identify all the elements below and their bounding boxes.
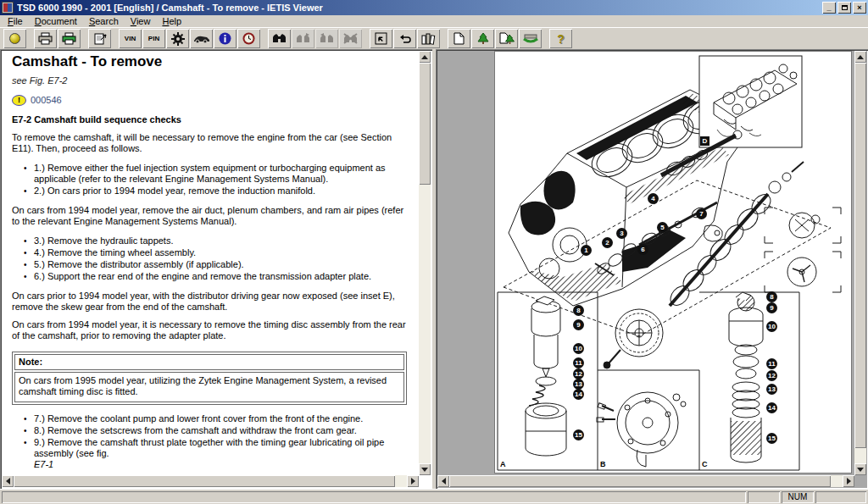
scroll-left-button[interactable]	[437, 475, 449, 487]
vin-button[interactable]: VIN	[119, 29, 142, 48]
print-tree-icon	[523, 33, 538, 44]
document-tree-button[interactable]	[495, 29, 518, 48]
scroll-down-button[interactable]	[419, 463, 431, 475]
scrollbar-thumb[interactable]	[854, 63, 866, 448]
tree-icon	[477, 32, 489, 45]
figure-vertical-scrollbar[interactable]	[854, 51, 866, 475]
timing-gear-drawing	[604, 309, 663, 368]
menu-view[interactable]: View	[125, 15, 157, 27]
scrollbar-thumb[interactable]	[449, 475, 831, 487]
callout-marker: 13	[766, 384, 777, 395]
see-fig-reference[interactable]: see Fig. E7-2	[12, 75, 409, 86]
figure-horizontal-scrollbar[interactable]	[437, 475, 854, 487]
document-vertical-scrollbar[interactable]	[419, 51, 431, 475]
panel-a-drawing	[526, 296, 566, 456]
scroll-right-button[interactable]	[407, 475, 419, 487]
callout-marker: 15	[766, 433, 777, 444]
vehicle-button[interactable]	[190, 29, 213, 48]
callout-marker: 9	[766, 302, 777, 313]
find-next-button[interactable]	[292, 29, 314, 48]
close-button[interactable]: ×	[853, 2, 866, 14]
minimize-button[interactable]: _	[822, 2, 836, 14]
binoculars-icon	[272, 33, 287, 44]
note-label: Note:	[14, 354, 404, 370]
scroll-down-button[interactable]	[854, 463, 866, 475]
car-icon	[193, 34, 210, 44]
database-icon	[9, 33, 20, 44]
scroll-up-button[interactable]	[854, 51, 866, 63]
info-button[interactable]	[214, 29, 236, 48]
list-item: 7.) Remove the coolant pump and lower fr…	[24, 413, 409, 424]
callout-marker: 12	[766, 370, 777, 381]
vin-label: VIN	[125, 35, 136, 42]
scroll-up-button[interactable]	[419, 51, 431, 63]
callout-marker: 3	[616, 228, 627, 239]
figure-reference-e7-1[interactable]: E7-1	[34, 459, 409, 470]
scrollbar-thumb[interactable]	[419, 63, 431, 185]
go-back-button[interactable]	[370, 29, 392, 48]
help-button[interactable]: ?	[549, 29, 572, 48]
step-list-2: 3.) Remove the hydraulic tappets. 4.) Re…	[24, 235, 409, 282]
engine-diagram	[495, 52, 851, 473]
restore-button[interactable]	[837, 2, 851, 14]
print-color-button[interactable]	[58, 29, 81, 48]
undo-button[interactable]	[393, 29, 416, 48]
menu-help[interactable]: Help	[156, 15, 187, 27]
binoculars-cancel-icon	[343, 33, 358, 44]
callout-marker: 1	[581, 245, 592, 256]
callout-marker: 10	[766, 321, 777, 332]
find-cancel-button[interactable]	[339, 29, 362, 48]
app-icon	[2, 2, 14, 14]
pin-button[interactable]: PIN	[142, 29, 165, 48]
step-list-1: 1.) Remove either the fuel injection sys…	[24, 163, 409, 197]
inset-e-drawing	[765, 208, 841, 292]
contents-tree-button[interactable]	[471, 29, 494, 48]
page-setup-icon	[93, 32, 107, 45]
toolbar: VIN PIN ?	[0, 27, 868, 49]
library-button[interactable]	[417, 29, 440, 48]
help-icon: ?	[557, 32, 565, 46]
print-button[interactable]	[34, 29, 57, 48]
figure-link-000546[interactable]: 000546	[31, 95, 62, 106]
new-document-button[interactable]	[448, 29, 470, 48]
history-button[interactable]	[237, 29, 260, 48]
binoculars-next-icon	[296, 33, 310, 44]
gear-icon	[171, 32, 185, 46]
scroll-left-button[interactable]	[2, 475, 14, 487]
panel-label-a: A	[500, 460, 506, 468]
paragraph: On cars prior to 1994 model year, with t…	[12, 291, 409, 313]
callout-marker: 10	[573, 343, 584, 354]
note-text: On cars from 1995 model year, utilizing …	[14, 372, 404, 402]
scrollbar-thumb[interactable]	[14, 475, 395, 487]
inset-d-drawing	[699, 56, 802, 147]
callout-marker: 14	[766, 402, 777, 413]
menu-search[interactable]: Search	[83, 15, 125, 27]
undo-arrow-icon	[398, 33, 412, 44]
list-item: 1.) Remove either the fuel injection sys…	[24, 163, 409, 185]
clock-icon	[242, 32, 255, 45]
settings-button[interactable]	[166, 29, 189, 48]
page-setup-button[interactable]	[88, 29, 111, 48]
callout-marker: 9	[573, 319, 584, 330]
title-bar: TSD 6000 1990 - 2001 [English] / Camshaf…	[0, 0, 868, 15]
database-button[interactable]	[3, 29, 26, 48]
blank-page-icon	[453, 32, 465, 45]
list-item: 2.) On cars prior to 1994 model year, re…	[24, 186, 409, 197]
illustration-pane: 1 2 3 4 5 6 7 8 9 10 11 12 13 14 15 8 9 …	[436, 49, 868, 489]
find-button[interactable]	[268, 29, 291, 48]
menu-document[interactable]: Document	[29, 15, 83, 27]
status-bar: NUM	[0, 489, 868, 504]
callout-marker: 14	[573, 389, 584, 400]
printer-icon	[38, 32, 53, 45]
menu-file[interactable]: File	[2, 15, 29, 27]
print-preview-button[interactable]	[519, 29, 542, 48]
callout-marker: 11	[573, 357, 584, 368]
scroll-right-button[interactable]	[843, 475, 854, 487]
find-previous-button[interactable]	[315, 29, 338, 48]
status-cell-empty	[748, 491, 780, 503]
callout-marker: 8	[766, 291, 777, 302]
callout-marker: 15	[573, 429, 584, 440]
page-title: Camshaft - To remove	[12, 56, 409, 67]
restore-icon	[842, 5, 848, 10]
document-horizontal-scrollbar[interactable]	[2, 475, 419, 487]
